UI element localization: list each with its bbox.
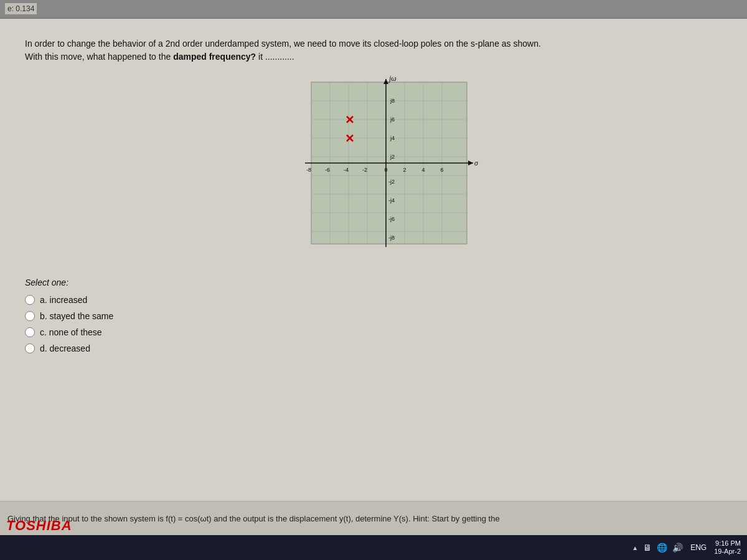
taskbar: ▲ 🖥 🌐 🔊 ENG 9:16 PM 19-Apr-2 bbox=[0, 535, 747, 560]
clock-date: 19-Apr-2 bbox=[714, 548, 741, 556]
label-d[interactable]: d. decreased bbox=[40, 343, 90, 353]
radio-a[interactable] bbox=[25, 295, 35, 305]
svg-text:-j2: -j2 bbox=[388, 179, 395, 185]
label-a[interactable]: a. increased bbox=[40, 295, 87, 305]
label-c[interactable]: c. none of these bbox=[40, 327, 102, 337]
tray-icon-caret[interactable]: ▲ bbox=[632, 544, 638, 551]
question-bold: damped frequency? bbox=[173, 52, 256, 62]
bottom-strip: Giving that the input to the shown syste… bbox=[0, 501, 747, 535]
svg-marker-17 bbox=[468, 161, 473, 166]
tray-icon-volume[interactable]: 🔊 bbox=[672, 543, 683, 553]
radio-b[interactable] bbox=[25, 311, 35, 321]
content-area: In order to change the behavior of a 2nd… bbox=[0, 19, 747, 529]
svg-text:j4: j4 bbox=[390, 135, 395, 141]
graph-container: jω σ -8 -6 -4 -2 0 2 4 6 j8 j6 j4 j2 bbox=[62, 76, 722, 263]
svg-text:-j6: -j6 bbox=[388, 216, 395, 222]
svg-text:4: 4 bbox=[421, 167, 425, 173]
select-one-label: Select one: bbox=[25, 278, 722, 287]
main-content: In order to change the behavior of a 2nd… bbox=[0, 19, 747, 529]
svg-text:σ: σ bbox=[474, 159, 479, 167]
option-a[interactable]: a. increased bbox=[25, 295, 722, 305]
radio-d[interactable] bbox=[25, 343, 35, 353]
s-plane-graph: jω σ -8 -6 -4 -2 0 2 4 6 j8 j6 j4 j2 bbox=[293, 76, 492, 263]
radio-c[interactable] bbox=[25, 327, 35, 337]
svg-text:0: 0 bbox=[384, 167, 387, 173]
svg-text:6: 6 bbox=[440, 167, 443, 173]
svg-text:-6: -6 bbox=[325, 167, 330, 173]
graph-wrapper: jω σ -8 -6 -4 -2 0 2 4 6 j8 j6 j4 j2 bbox=[293, 76, 492, 263]
header-bar bbox=[0, 0, 747, 19]
radio-options: a. increased b. stayed the same c. none … bbox=[25, 295, 722, 353]
svg-text:2: 2 bbox=[403, 167, 406, 173]
tray-icon-monitor: 🖥 bbox=[643, 543, 652, 553]
clock: 9:16 PM 19-Apr-2 bbox=[714, 539, 741, 556]
svg-text:-j4: -j4 bbox=[388, 197, 395, 203]
question-suffix: it ............ bbox=[258, 52, 294, 62]
e-value: e: 0.134 bbox=[5, 3, 37, 14]
svg-text:-4: -4 bbox=[344, 167, 349, 173]
taskbar-right: ▲ 🖥 🌐 🔊 ENG 9:16 PM 19-Apr-2 bbox=[632, 539, 741, 556]
option-c[interactable]: c. none of these bbox=[25, 327, 722, 337]
tray-icon-network: 🌐 bbox=[657, 543, 667, 553]
option-d[interactable]: d. decreased bbox=[25, 343, 722, 353]
clock-time: 9:16 PM bbox=[715, 539, 741, 548]
svg-text:jω: jω bbox=[388, 76, 397, 83]
question-line1: In order to change the behavior of a 2nd… bbox=[25, 39, 541, 49]
toshiba-logo: TOSHIBA bbox=[6, 518, 72, 534]
svg-marker-19 bbox=[383, 79, 388, 84]
language-indicator[interactable]: ENG bbox=[690, 543, 707, 552]
svg-text:-2: -2 bbox=[362, 167, 367, 173]
svg-text:-j8: -j8 bbox=[388, 235, 395, 241]
svg-text:j6: j6 bbox=[390, 116, 395, 123]
label-b[interactable]: b. stayed the same bbox=[40, 311, 113, 321]
bottom-text: Giving that the input to the shown syste… bbox=[7, 514, 740, 523]
option-b[interactable]: b. stayed the same bbox=[25, 311, 722, 321]
svg-text:j8: j8 bbox=[390, 98, 395, 104]
question-text: In order to change the behavior of a 2nd… bbox=[25, 37, 722, 63]
svg-text:j2: j2 bbox=[390, 154, 395, 160]
question-line2-prefix: With this move, what happened to the bbox=[25, 52, 171, 62]
svg-text:-8: -8 bbox=[306, 167, 311, 173]
